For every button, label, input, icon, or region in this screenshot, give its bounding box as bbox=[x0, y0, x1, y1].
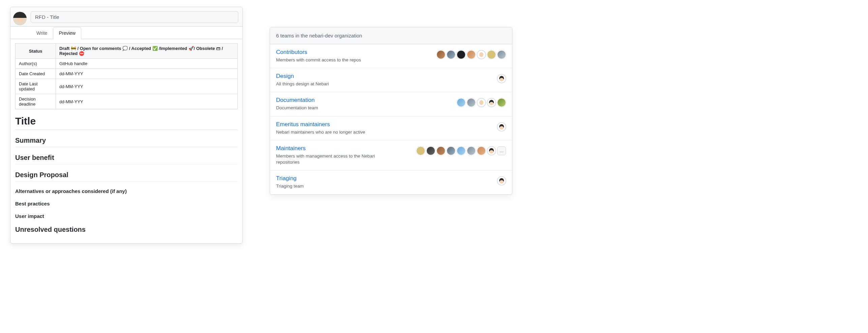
member-avatar[interactable] bbox=[437, 146, 445, 155]
heading-design-proposal: Design Proposal bbox=[15, 171, 238, 182]
teams-list: ContributorsMembers with commit access t… bbox=[270, 44, 512, 194]
table-row: Decision deadline dd-MM-YYY bbox=[16, 94, 238, 109]
team-link[interactable]: Design bbox=[276, 73, 294, 80]
heading-alternatives: Alternatives or approaches considered (i… bbox=[15, 188, 238, 194]
team-info: ContributorsMembers with commit access t… bbox=[276, 49, 431, 63]
meta-deadline-label: Decision deadline bbox=[16, 94, 56, 109]
member-avatar[interactable] bbox=[447, 146, 455, 155]
team-row: MaintainersMembers with management acces… bbox=[270, 140, 512, 170]
meta-author-label: Author(s) bbox=[16, 59, 56, 69]
table-row: Status Draft 🚧 / Open for comments 💭 / A… bbox=[16, 44, 238, 59]
more-members-button[interactable]: … bbox=[497, 146, 506, 155]
team-link[interactable]: Documentation bbox=[276, 97, 315, 104]
member-avatar[interactable] bbox=[477, 98, 486, 107]
team-info: MaintainersMembers with management acces… bbox=[276, 145, 411, 165]
teams-panel: 6 teams in the nebari-dev organization C… bbox=[270, 27, 512, 195]
team-info: TriagingTriaging team bbox=[276, 175, 492, 189]
team-info: DesignAll things design at Nebari bbox=[276, 73, 492, 87]
team-row: DocumentationDocumentation team bbox=[270, 92, 512, 116]
member-avatar[interactable] bbox=[457, 50, 466, 59]
team-row: TriagingTriaging team bbox=[270, 170, 512, 194]
member-avatar[interactable] bbox=[497, 176, 506, 185]
table-row: Date Created dd-MM-YYY bbox=[16, 69, 238, 79]
team-info: DocumentationDocumentation team bbox=[276, 97, 451, 111]
member-avatar[interactable] bbox=[467, 50, 476, 59]
meta-created-label: Date Created bbox=[16, 69, 56, 79]
meta-status-label: Status bbox=[16, 44, 56, 59]
meta-updated-label: Date Last updated bbox=[16, 79, 56, 94]
avatar-stack bbox=[497, 121, 506, 131]
tab-preview[interactable]: Preview bbox=[53, 27, 81, 39]
preview-body: Status Draft 🚧 / Open for comments 💭 / A… bbox=[10, 39, 242, 243]
member-avatar[interactable] bbox=[497, 50, 506, 59]
member-avatar[interactable] bbox=[447, 50, 455, 59]
avatar-stack bbox=[497, 73, 506, 83]
team-description: Members with management access to the Ne… bbox=[276, 153, 384, 165]
issue-title-input[interactable] bbox=[31, 11, 238, 23]
team-row: ContributorsMembers with commit access t… bbox=[270, 44, 512, 68]
meta-table: Status Draft 🚧 / Open for comments 💭 / A… bbox=[15, 43, 238, 109]
member-avatar[interactable] bbox=[477, 50, 486, 59]
member-avatar[interactable] bbox=[497, 122, 506, 131]
member-avatar[interactable] bbox=[487, 146, 496, 155]
member-avatar[interactable] bbox=[497, 74, 506, 83]
avatar-stack bbox=[437, 49, 506, 59]
team-description: Nebari maintainers who are no longer act… bbox=[276, 129, 384, 135]
table-row: Date Last updated dd-MM-YYY bbox=[16, 79, 238, 94]
meta-status-options: Draft 🚧 / Open for comments 💭 / Accepted… bbox=[56, 44, 238, 59]
member-avatar[interactable] bbox=[497, 98, 506, 107]
table-row: Author(s) GitHub handle bbox=[16, 59, 238, 69]
member-avatar[interactable] bbox=[487, 98, 496, 107]
member-avatar[interactable] bbox=[467, 98, 476, 107]
team-link[interactable]: Triaging bbox=[276, 175, 297, 182]
member-avatar[interactable] bbox=[426, 146, 435, 155]
team-row: DesignAll things design at Nebari bbox=[270, 68, 512, 92]
meta-created-value: dd-MM-YYY bbox=[56, 69, 238, 79]
title-input-wrap bbox=[31, 11, 238, 23]
heading-unresolved: Unresolved questions bbox=[15, 226, 238, 236]
team-info: Emeritus maintainersNebari maintainers w… bbox=[276, 121, 492, 135]
teams-header: 6 teams in the nebari-dev organization bbox=[270, 27, 512, 44]
tab-write[interactable]: Write bbox=[31, 27, 53, 39]
heading-title: Title bbox=[15, 115, 238, 130]
avatar-stack bbox=[497, 175, 506, 185]
author-avatar bbox=[13, 12, 27, 25]
member-avatar[interactable] bbox=[457, 98, 466, 107]
team-row: Emeritus maintainersNebari maintainers w… bbox=[270, 116, 512, 140]
heading-best-practices: Best practices bbox=[15, 201, 238, 206]
team-description: Triaging team bbox=[276, 183, 384, 189]
editor-tabs: Write Preview bbox=[10, 27, 242, 39]
member-avatar[interactable] bbox=[437, 50, 445, 59]
team-description: Members with commit access to the repos bbox=[276, 57, 384, 63]
meta-updated-value: dd-MM-YYY bbox=[56, 79, 238, 94]
heading-user-impact: User impact bbox=[15, 213, 238, 219]
avatar-stack: … bbox=[416, 145, 506, 155]
member-avatar[interactable] bbox=[487, 50, 496, 59]
rfd-editor-panel: Write Preview Status Draft 🚧 / Open for … bbox=[10, 7, 243, 244]
heading-user-benefit: User benefit bbox=[15, 154, 238, 164]
meta-author-value: GitHub handle bbox=[56, 59, 238, 69]
team-link[interactable]: Maintainers bbox=[276, 145, 306, 152]
avatar-stack bbox=[457, 97, 506, 107]
member-avatar[interactable] bbox=[457, 146, 466, 155]
meta-deadline-value: dd-MM-YYY bbox=[56, 94, 238, 109]
team-description: Documentation team bbox=[276, 105, 384, 111]
member-avatar[interactable] bbox=[416, 146, 425, 155]
heading-summary: Summary bbox=[15, 137, 238, 147]
team-description: All things design at Nebari bbox=[276, 81, 384, 87]
editor-header bbox=[10, 7, 242, 27]
member-avatar[interactable] bbox=[477, 146, 486, 155]
team-link[interactable]: Contributors bbox=[276, 49, 307, 56]
team-link[interactable]: Emeritus maintainers bbox=[276, 121, 330, 128]
member-avatar[interactable] bbox=[467, 146, 476, 155]
